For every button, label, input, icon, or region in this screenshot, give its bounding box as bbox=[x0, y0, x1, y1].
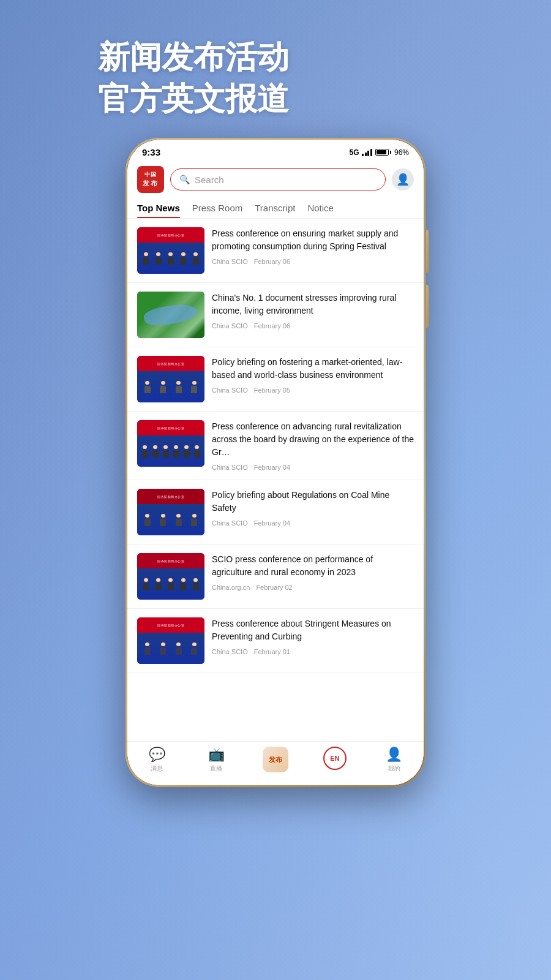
news-date: February 01 bbox=[254, 648, 290, 655]
news-thumbnail: 国务院新闻办公室 bbox=[137, 617, 204, 664]
tab-press-room[interactable]: Press Room bbox=[192, 203, 243, 218]
news-item[interactable]: 国务院新闻办公室 Policy briefing on fostering a … bbox=[127, 347, 424, 412]
news-title: Press conference on ensuring market supp… bbox=[212, 227, 414, 253]
en-badge[interactable]: EN bbox=[323, 747, 347, 770]
news-thumbnail: 国务院新闻办公室 bbox=[137, 420, 204, 467]
news-thumbnail: 国务院新闻办公室 bbox=[137, 356, 204, 402]
news-thumbnail: 国务院新闻办公室 bbox=[137, 553, 204, 600]
tab-transcript[interactable]: Transcript bbox=[255, 203, 295, 218]
news-item[interactable]: 国务院新闻办公室 SCIO press conference on perf bbox=[127, 545, 424, 609]
status-icons: 5G 96% bbox=[349, 148, 409, 157]
nav-messages-label: 消息 bbox=[151, 764, 163, 773]
headline-line1: 新闻发布活动 bbox=[98, 37, 453, 78]
news-item[interactable]: 国务院新闻办公室 Policy briefing about Regulatio… bbox=[127, 480, 424, 545]
news-thumbnail bbox=[137, 292, 204, 338]
news-content: China's No. 1 document stresses improvin… bbox=[212, 292, 414, 338]
news-date: February 05 bbox=[254, 386, 290, 394]
status-time: 9:33 bbox=[142, 147, 160, 157]
news-content: Policy briefing on fostering a market-or… bbox=[212, 356, 414, 402]
phone-inner: 9:33 5G 96% bbox=[127, 140, 424, 785]
nav-profile-label: 我的 bbox=[388, 764, 400, 773]
news-meta: China SCIO February 06 bbox=[212, 322, 414, 330]
logo-text-bottom: 发布 bbox=[143, 179, 159, 188]
news-content: Policy briefing about Regulations on Coa… bbox=[212, 489, 414, 535]
tab-notice[interactable]: Notice bbox=[307, 203, 334, 218]
news-date: February 04 bbox=[254, 519, 290, 527]
logo-text-top: 中国 bbox=[144, 171, 157, 179]
nav-profile[interactable]: 👤 我的 bbox=[364, 747, 424, 773]
app-headline: 新闻发布活动 官方英文报道 bbox=[98, 37, 453, 119]
app-logo[interactable]: 中国 发布 bbox=[137, 166, 164, 193]
news-meta: China SCIO February 05 bbox=[212, 386, 414, 394]
news-title: China's No. 1 document stresses improvin… bbox=[212, 292, 414, 317]
status-bar: 9:33 5G 96% bbox=[127, 140, 424, 161]
news-item[interactable]: 国务院新闻办公室 Press conference on ensuring bbox=[127, 219, 424, 283]
news-source: China SCIO bbox=[212, 322, 248, 330]
publish-btn[interactable]: 发布 bbox=[263, 747, 288, 772]
news-date: February 06 bbox=[254, 258, 290, 265]
news-source: China SCIO bbox=[212, 464, 248, 471]
news-date: February 06 bbox=[254, 322, 290, 330]
news-date: February 02 bbox=[256, 584, 292, 591]
news-source: China SCIO bbox=[212, 519, 248, 527]
news-content: Press conference on advancing rural revi… bbox=[212, 420, 414, 471]
nav-en[interactable]: EN bbox=[305, 747, 364, 773]
news-source: China SCIO bbox=[212, 648, 248, 655]
app-header: 中国 发布 🔍 Search 👤 bbox=[127, 161, 424, 198]
news-source: China SCIO bbox=[212, 386, 248, 394]
en-label: EN bbox=[330, 755, 339, 762]
search-bar[interactable]: 🔍 Search bbox=[170, 168, 386, 190]
news-source: China.org.cn bbox=[212, 584, 250, 591]
avatar-button[interactable]: 👤 bbox=[392, 168, 414, 190]
news-item[interactable]: China's No. 1 document stresses improvin… bbox=[127, 283, 424, 347]
news-date: February 04 bbox=[254, 464, 290, 471]
news-title: Press conference about Stringent Measure… bbox=[212, 617, 414, 643]
signal-bars-icon bbox=[362, 149, 372, 156]
live-icon: 📺 bbox=[208, 747, 225, 763]
news-item[interactable]: 国务院新闻办公室 Press confer bbox=[127, 412, 424, 480]
nav-live[interactable]: 📺 直播 bbox=[187, 747, 246, 773]
news-content: Press conference on ensuring market supp… bbox=[212, 227, 414, 274]
search-placeholder: Search bbox=[195, 175, 224, 185]
news-title: Policy briefing about Regulations on Coa… bbox=[212, 489, 414, 514]
signal-label: 5G bbox=[349, 148, 359, 157]
news-title: Press conference on advancing rural revi… bbox=[212, 420, 414, 459]
bottom-nav: 💬 消息 📺 直播 发布 EN 👤 bbox=[127, 741, 424, 785]
news-meta: China SCIO February 04 bbox=[212, 519, 414, 527]
search-icon: 🔍 bbox=[179, 175, 190, 184]
nav-live-label: 直播 bbox=[210, 764, 222, 773]
news-item[interactable]: 国务院新闻办公室 Press conference about Stringen… bbox=[127, 609, 424, 673]
news-title: Policy briefing on fostering a market-or… bbox=[212, 356, 414, 382]
battery-icon bbox=[375, 149, 391, 156]
nav-publish[interactable]: 发布 bbox=[246, 747, 305, 773]
news-title: SCIO press conference on performance of … bbox=[212, 553, 414, 579]
news-meta: China SCIO February 06 bbox=[212, 258, 414, 265]
news-content: SCIO press conference on performance of … bbox=[212, 553, 414, 600]
headline-line2: 官方英文报道 bbox=[98, 78, 453, 120]
avatar-icon: 👤 bbox=[396, 173, 410, 186]
nav-messages[interactable]: 💬 消息 bbox=[127, 747, 187, 773]
news-thumbnail: 国务院新闻办公室 bbox=[137, 489, 204, 535]
news-meta: China SCIO February 01 bbox=[212, 648, 414, 655]
messages-icon: 💬 bbox=[149, 747, 165, 763]
publish-label: 发布 bbox=[269, 755, 282, 764]
phone-frame: 9:33 5G 96% bbox=[126, 138, 425, 787]
news-content: Press conference about Stringent Measure… bbox=[212, 617, 414, 664]
news-thumbnail: 国务院新闻办公室 bbox=[137, 227, 204, 274]
tab-bar: Top News Press Room Transcript Notice bbox=[127, 198, 424, 219]
news-meta: China SCIO February 04 bbox=[212, 464, 414, 471]
profile-icon: 👤 bbox=[386, 747, 402, 763]
tab-top-news[interactable]: Top News bbox=[137, 203, 180, 218]
news-list: 国务院新闻办公室 Press conference on ensuring bbox=[127, 219, 424, 741]
news-source: China SCIO bbox=[212, 258, 248, 265]
phone-screen: 9:33 5G 96% bbox=[127, 140, 424, 785]
battery-pct: 96% bbox=[394, 148, 409, 157]
news-meta: China.org.cn February 02 bbox=[212, 584, 414, 591]
